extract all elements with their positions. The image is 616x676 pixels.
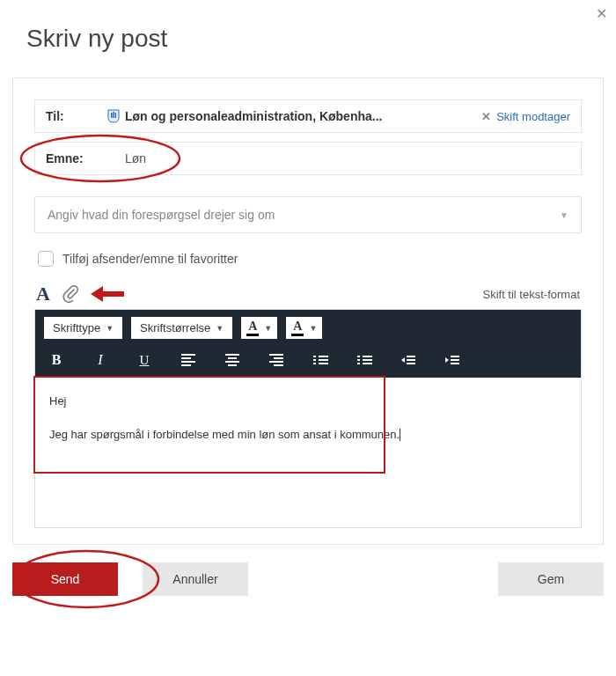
municipality-shield-icon: [107, 109, 120, 123]
bold-button[interactable]: B: [48, 351, 65, 369]
svg-rect-0: [111, 113, 113, 118]
bullet-list-button[interactable]: [312, 351, 329, 369]
font-family-label: Skrifttype: [53, 321, 100, 334]
favorite-row[interactable]: Tilføj afsender/emne til favoritter: [34, 246, 582, 283]
caret-down-icon: ▼: [216, 324, 224, 333]
recipient-label: Til:: [46, 109, 107, 123]
text-caret: [400, 429, 400, 441]
topic-placeholder: Angiv hvad din forespørgsel drejer sig o…: [48, 208, 275, 222]
change-recipient-link[interactable]: ✕ Skift modtager: [481, 110, 570, 123]
subject-label: Emne:: [46, 151, 107, 165]
save-button[interactable]: Gem: [498, 562, 604, 596]
font-family-select[interactable]: Skrifttype ▼: [44, 317, 122, 339]
numbered-list-button[interactable]: [356, 351, 373, 369]
caret-down-icon: ▼: [106, 324, 114, 333]
caret-down-icon: ▼: [264, 324, 272, 333]
indent-button[interactable]: [444, 351, 461, 369]
editor-options-bar: A Skift til tekst-format: [34, 283, 582, 309]
favorite-label: Tilføj afsender/emne til favoritter: [62, 252, 238, 266]
cancel-button[interactable]: Annuller: [143, 562, 248, 596]
body-line-1: Hej: [49, 393, 567, 409]
action-bar: Send Annuller Gem: [12, 562, 604, 614]
subject-value[interactable]: Løn: [125, 151, 146, 165]
editor-body[interactable]: Hej Jeg har spørgsmål i forbindelse med …: [35, 378, 581, 527]
subject-row: Emne: Løn: [34, 142, 582, 175]
text-format-icon[interactable]: A: [36, 283, 50, 305]
svg-rect-1: [113, 112, 114, 118]
switch-format-link[interactable]: Skift til tekst-format: [482, 288, 580, 301]
recipient-name: Løn og personaleadministration, Københa.…: [125, 109, 382, 123]
annotation-arrow-attachment: [91, 286, 124, 302]
align-center-button[interactable]: [224, 351, 241, 369]
highlight-color-select[interactable]: A ▼: [286, 317, 322, 339]
italic-button[interactable]: I: [92, 351, 109, 369]
outdent-button[interactable]: [400, 351, 417, 369]
clear-recipient-icon[interactable]: ✕: [481, 110, 491, 123]
font-color-select[interactable]: A ▼: [241, 317, 277, 339]
rich-text-editor: Skrifttype ▼ Skriftstørrelse ▼ A ▼ A ▼ B: [34, 309, 582, 528]
align-left-button[interactable]: [180, 351, 197, 369]
close-icon[interactable]: ✕: [596, 5, 607, 22]
svg-marker-5: [91, 286, 103, 302]
body-line-2: Jeg har spørgsmål i forbindelse med min …: [49, 428, 400, 441]
chevron-down-icon: ▼: [560, 210, 568, 220]
change-recipient-label: Skift modtager: [496, 110, 570, 123]
svg-rect-2: [115, 113, 117, 118]
page-title: Skriv ny post: [0, 0, 616, 53]
attachment-icon[interactable]: [62, 285, 78, 303]
caret-down-icon: ▼: [309, 324, 317, 333]
underline-button[interactable]: U: [136, 351, 153, 369]
svg-rect-4: [101, 291, 124, 297]
topic-select[interactable]: Angiv hvad din forespørgsel drejer sig o…: [34, 196, 582, 233]
align-right-button[interactable]: [268, 351, 285, 369]
font-size-select[interactable]: Skriftstørrelse ▼: [131, 317, 232, 339]
editor-toolbar: Skrifttype ▼ Skriftstørrelse ▼ A ▼ A ▼ B: [35, 310, 581, 378]
font-size-label: Skriftstørrelse: [140, 321, 210, 334]
recipient-row: Til: Løn og personaleadministration, Køb…: [34, 99, 582, 133]
favorite-checkbox[interactable]: [38, 251, 54, 267]
recipient-value: Løn og personaleadministration, Københa.…: [107, 109, 481, 123]
compose-form: Til: Løn og personaleadministration, Køb…: [12, 77, 604, 545]
send-button[interactable]: Send: [12, 562, 118, 596]
